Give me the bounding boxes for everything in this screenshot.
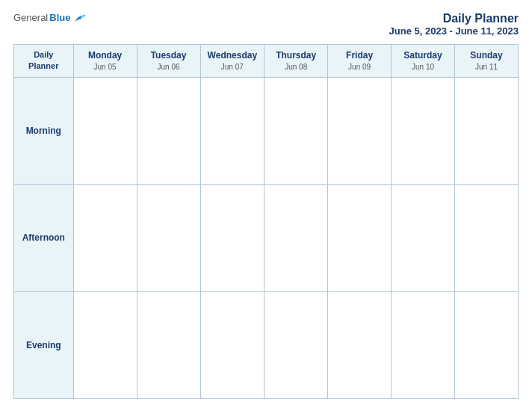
header: General Blue Daily Planner June 5, 2023 … (13, 12, 519, 37)
evening-wednesday[interactable] (200, 291, 265, 398)
morning-wednesday[interactable] (200, 77, 265, 184)
wednesday-date: Jun 07 (202, 62, 263, 72)
col-header-sunday: Sunday Jun 11 (455, 45, 519, 78)
date-range: June 5, 2023 - June 11, 2023 (389, 25, 519, 37)
saturday-name: Saturday (393, 49, 453, 62)
planner-table: DailyPlanner Monday Jun 05 Tuesday Jun 0… (13, 44, 519, 399)
logo-general-text: General (13, 12, 48, 23)
morning-monday[interactable] (73, 77, 137, 184)
table-row-morning: Morning (14, 77, 519, 184)
wednesday-name: Wednesday (202, 49, 263, 62)
evening-tuesday[interactable] (137, 291, 200, 398)
afternoon-monday[interactable] (73, 185, 137, 291)
afternoon-tuesday[interactable] (137, 185, 200, 291)
table-header-row: DailyPlanner Monday Jun 05 Tuesday Jun 0… (14, 45, 519, 78)
col-header-thursday: Thursday Jun 08 (265, 45, 328, 78)
thursday-date: Jun 08 (266, 62, 326, 72)
logo-bird-icon (73, 13, 87, 23)
col-header-monday: Monday Jun 05 (73, 45, 137, 78)
morning-friday[interactable] (328, 77, 392, 184)
tuesday-name: Tuesday (139, 49, 199, 62)
morning-saturday[interactable] (391, 77, 454, 184)
evening-label: Evening (14, 291, 74, 398)
logo: General Blue (13, 12, 87, 23)
afternoon-saturday[interactable] (391, 185, 454, 291)
afternoon-friday[interactable] (328, 185, 392, 291)
afternoon-sunday[interactable] (455, 185, 519, 291)
col-header-daily-planner: DailyPlanner (14, 45, 74, 78)
col-header-saturday: Saturday Jun 10 (391, 45, 454, 78)
page: General Blue Daily Planner June 5, 2023 … (0, 0, 532, 411)
sunday-date: Jun 11 (457, 62, 516, 72)
afternoon-thursday[interactable] (265, 185, 328, 291)
morning-tuesday[interactable] (137, 77, 200, 184)
col-header-friday: Friday Jun 09 (328, 45, 392, 78)
sunday-name: Sunday (457, 49, 516, 62)
daily-planner-header-label: DailyPlanner (28, 50, 58, 70)
page-title: Daily Planner (389, 12, 519, 25)
evening-friday[interactable] (328, 291, 392, 398)
col-header-tuesday: Tuesday Jun 06 (137, 45, 200, 78)
thursday-name: Thursday (266, 49, 326, 62)
monday-name: Monday (75, 49, 135, 62)
table-row-afternoon: Afternoon (14, 185, 519, 291)
friday-name: Friday (330, 49, 389, 62)
evening-thursday[interactable] (265, 291, 328, 398)
col-header-wednesday: Wednesday Jun 07 (200, 45, 265, 78)
evening-monday[interactable] (73, 291, 137, 398)
logo-blue-text: Blue (49, 12, 70, 23)
table-row-evening: Evening (14, 291, 519, 398)
evening-sunday[interactable] (455, 291, 519, 398)
afternoon-label: Afternoon (14, 185, 74, 291)
friday-date: Jun 09 (330, 62, 389, 72)
morning-sunday[interactable] (455, 77, 519, 184)
title-area: Daily Planner June 5, 2023 - June 11, 20… (389, 12, 519, 37)
morning-label: Morning (14, 77, 74, 184)
logo-area: General Blue (13, 12, 87, 23)
saturday-date: Jun 10 (393, 62, 453, 72)
monday-date: Jun 05 (75, 62, 135, 72)
tuesday-date: Jun 06 (139, 62, 199, 72)
morning-thursday[interactable] (265, 77, 328, 184)
evening-saturday[interactable] (391, 291, 454, 398)
afternoon-wednesday[interactable] (200, 185, 265, 291)
